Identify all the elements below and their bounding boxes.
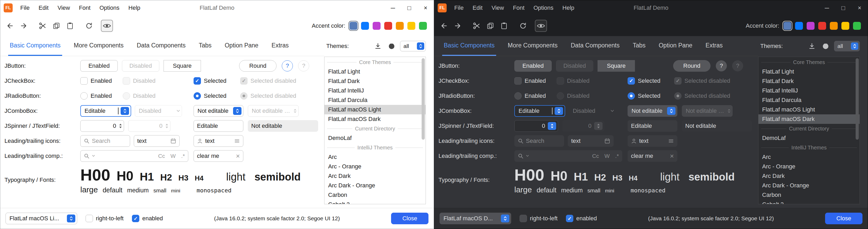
textfield-editable[interactable]: Editable: [627, 120, 677, 132]
menu-font[interactable]: Font: [74, 0, 95, 16]
checkbox-enabled[interactable]: Enabled: [514, 77, 546, 85]
close-dialog-button[interactable]: Close: [391, 213, 429, 224]
theme-item-demolaf[interactable]: DemoLaf: [758, 133, 860, 143]
theme-item-flatlaf-macos-dark[interactable]: FlatLaf macOS Dark: [324, 114, 426, 124]
theme-item-flatlaf-light[interactable]: FlatLaf Light: [758, 67, 860, 77]
accent-swatch-green[interactable]: [419, 22, 427, 30]
whole-words-button[interactable]: W: [604, 153, 610, 159]
theme-filter-combobox[interactable]: all: [400, 41, 426, 51]
show-preview-toggle[interactable]: [101, 20, 113, 32]
paste-button[interactable]: [498, 20, 510, 32]
menu-file[interactable]: File: [16, 0, 34, 16]
match-case-button[interactable]: Cc: [158, 153, 165, 159]
close-window-button[interactable]: ×: [851, 0, 868, 16]
jbutton-round[interactable]: Round: [239, 60, 277, 72]
enabled-checkbox[interactable]: ✓ enabled: [566, 215, 597, 222]
combobox-not-editable[interactable]: Not editable: [627, 105, 677, 117]
cut-button[interactable]: [471, 20, 483, 32]
laf-combobox[interactable]: FlatLaf macOS D...: [439, 213, 511, 224]
maximize-button[interactable]: □: [835, 0, 851, 16]
theme-item-flatlaf-intellij[interactable]: FlatLaf IntelliJ: [758, 86, 860, 95]
menu-edit[interactable]: Edit: [34, 0, 53, 16]
theme-item-arc-orange[interactable]: Arc - Orange: [324, 162, 426, 171]
refresh-button[interactable]: [83, 20, 95, 32]
menu-icon[interactable]: [668, 138, 674, 144]
theme-item-flatlaf-macos-light[interactable]: FlatLaf macOS Light: [324, 105, 426, 114]
accent-swatch-yellow[interactable]: [841, 22, 849, 30]
accent-swatch-blue[interactable]: [361, 22, 369, 30]
menu-view[interactable]: View: [487, 0, 508, 16]
search-field[interactable]: Search: [514, 135, 564, 147]
laf-combobox[interactable]: FlatLaf macOS Li...: [5, 213, 77, 224]
tab-tabs[interactable]: Tabs: [197, 36, 213, 56]
paste-button[interactable]: [64, 20, 76, 32]
menu-file[interactable]: File: [450, 0, 468, 16]
menu-view[interactable]: View: [53, 0, 74, 16]
textfield-editable[interactable]: Editable: [193, 120, 243, 132]
date-field[interactable]: text: [134, 135, 180, 147]
cut-button[interactable]: [37, 20, 49, 32]
accent-swatch-yellow[interactable]: [407, 22, 415, 30]
date-field[interactable]: text: [568, 135, 614, 147]
accent-swatch-purple[interactable]: [373, 22, 380, 30]
minimize-button[interactable]: ─: [819, 0, 835, 16]
spinner-arrows-icon[interactable]: [119, 123, 122, 129]
scrollbar-thumb[interactable]: [856, 58, 859, 140]
back-button[interactable]: [4, 20, 16, 32]
theme-item-arc-orange[interactable]: Arc - Orange: [758, 162, 860, 171]
calendar-icon[interactable]: [604, 138, 610, 144]
github-button[interactable]: [386, 41, 397, 51]
show-preview-toggle[interactable]: [535, 20, 547, 32]
download-theme-button[interactable]: [373, 41, 383, 51]
theme-item-cobalt-2[interactable]: Cobalt 2: [758, 200, 860, 204]
regex-button[interactable]: .*: [181, 153, 185, 159]
chevron-down-icon[interactable]: [526, 155, 529, 157]
radio-enabled[interactable]: Enabled: [514, 92, 546, 99]
radio-selected[interactable]: Selected: [627, 92, 660, 99]
close-dialog-button[interactable]: Close: [825, 213, 863, 224]
tab-extras[interactable]: Extras: [704, 36, 724, 56]
tab-option-pane[interactable]: Option Pane: [223, 36, 260, 56]
combobox-arrows-icon[interactable]: [555, 107, 563, 115]
match-case-button[interactable]: Cc: [592, 153, 599, 159]
download-theme-button[interactable]: [807, 41, 817, 51]
chevron-down-icon[interactable]: [92, 155, 95, 157]
jbutton-square[interactable]: Square: [597, 60, 635, 72]
help-button[interactable]: ?: [282, 60, 293, 71]
menu-help[interactable]: Help: [558, 0, 579, 16]
tab-extras[interactable]: Extras: [270, 36, 290, 56]
accent-swatch-green[interactable]: [853, 22, 861, 30]
forward-button[interactable]: [18, 20, 30, 32]
checkbox-selected[interactable]: ✓Selected: [193, 77, 226, 85]
back-button[interactable]: [438, 20, 450, 32]
jbutton-square[interactable]: Square: [163, 60, 201, 72]
tab-more-components[interactable]: More Components: [72, 36, 125, 56]
enabled-checkbox[interactable]: ✓ enabled: [132, 215, 163, 222]
theme-item-arc-dark-orange[interactable]: Arc Dark - Orange: [324, 181, 426, 190]
theme-item-demolaf[interactable]: DemoLaf: [324, 133, 426, 143]
theme-item-flatlaf-dark[interactable]: FlatLaf Dark: [324, 77, 426, 86]
theme-item-carbon[interactable]: Carbon: [324, 190, 426, 200]
checkbox-enabled[interactable]: Enabled: [80, 77, 112, 85]
menu-options[interactable]: Options: [529, 0, 558, 16]
theme-filter-combobox[interactable]: all: [834, 41, 860, 51]
right-to-left-checkbox[interactable]: right-to-left: [520, 215, 558, 222]
github-button[interactable]: [820, 41, 831, 51]
close-window-button[interactable]: ×: [417, 0, 434, 16]
theme-item-arc-dark[interactable]: Arc Dark: [758, 171, 860, 181]
spinner[interactable]: 0: [514, 120, 558, 132]
spinner-arrows-icon[interactable]: [548, 122, 556, 130]
accent-swatch-default[interactable]: [783, 22, 792, 30]
user-field[interactable]: text: [193, 135, 243, 147]
menu-font[interactable]: Font: [508, 0, 529, 16]
menu-icon[interactable]: [234, 138, 240, 144]
clear-icon[interactable]: ×: [236, 152, 240, 160]
accent-swatch-red[interactable]: [384, 22, 392, 30]
accent-swatch-blue[interactable]: [795, 22, 803, 30]
accent-swatch-red[interactable]: [818, 22, 826, 30]
theme-item-flatlaf-dark[interactable]: FlatLaf Dark: [758, 77, 860, 86]
theme-item-flatlaf-darcula[interactable]: FlatLaf Darcula: [324, 95, 426, 105]
themes-scrollbar[interactable]: [856, 58, 859, 203]
minimize-button[interactable]: ─: [385, 0, 401, 16]
tab-tabs[interactable]: Tabs: [631, 36, 647, 56]
